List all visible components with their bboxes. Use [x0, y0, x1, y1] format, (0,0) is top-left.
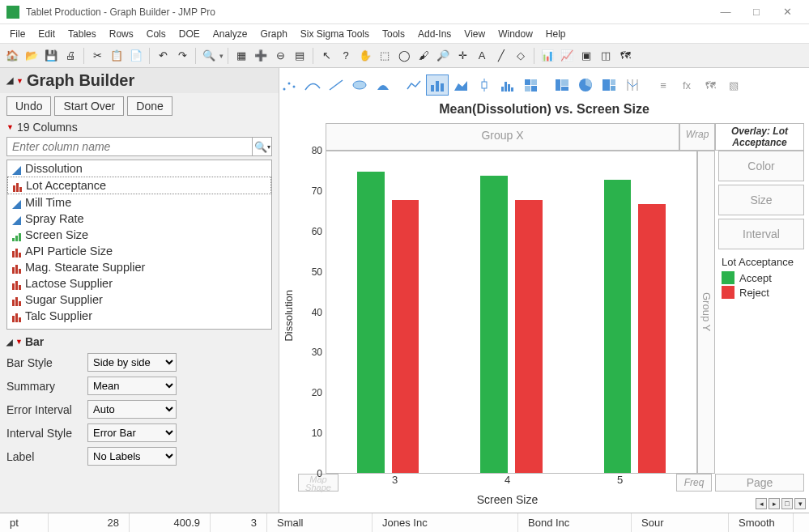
summary-select[interactable]: Mean — [87, 377, 177, 395]
x-axis-ticks[interactable]: 345 — [339, 474, 676, 490]
add-icon[interactable]: ➕ — [252, 47, 270, 65]
column-item[interactable]: Mill Time — [7, 194, 271, 211]
scroll-left-icon[interactable]: ◂ — [756, 498, 767, 509]
page-zone[interactable]: Page — [715, 474, 804, 492]
redo-icon[interactable]: ↷ — [173, 47, 191, 65]
legend-item[interactable]: Reject — [722, 286, 801, 299]
table-icon[interactable]: ▦ — [232, 47, 250, 65]
hand-icon[interactable]: ✋ — [356, 47, 374, 65]
parallel-icon[interactable] — [621, 74, 644, 96]
cut-icon[interactable]: ✂ — [88, 47, 106, 65]
area-chart-icon[interactable] — [449, 74, 472, 96]
column-item[interactable]: Mag. Stearate Supplier — [7, 259, 271, 275]
column-item[interactable]: API Particle Size — [7, 243, 271, 259]
excl-icon[interactable]: ⊖ — [271, 47, 289, 65]
paste-icon[interactable]: 📄 — [127, 47, 145, 65]
bar[interactable] — [357, 172, 385, 473]
map-shapes-icon[interactable]: 🗺 — [699, 74, 722, 96]
red-triangle-icon[interactable]: ▼ — [6, 123, 14, 131]
bar-chart-icon[interactable] — [426, 74, 449, 96]
chart-title[interactable]: Mean(Dissolution) vs. Screen Size — [279, 99, 809, 123]
mosaic-icon[interactable] — [551, 74, 573, 96]
smoother-icon[interactable] — [301, 74, 324, 96]
column-item[interactable]: Talc Supplier — [7, 308, 271, 324]
menu-window[interactable]: Window — [492, 26, 539, 42]
bar-section-header[interactable]: ◢ ▼ Bar — [6, 333, 272, 351]
select-icon[interactable]: ⬚ — [376, 47, 394, 65]
overlay-zone[interactable]: Overlay: Lot Acceptance — [715, 123, 804, 151]
column-item[interactable]: Screen Size — [7, 227, 271, 243]
brush-icon[interactable]: 🖌 — [415, 47, 432, 65]
menu-help[interactable]: Help — [539, 26, 573, 42]
map-icon[interactable]: 🗺 — [616, 47, 634, 65]
column-item[interactable]: Lactose Supplier — [7, 275, 271, 292]
heatmap-icon[interactable] — [520, 74, 543, 96]
scroll-box-icon[interactable]: □ — [781, 498, 793, 509]
menu-view[interactable]: View — [458, 26, 492, 42]
zoom-icon[interactable]: 🔍 — [200, 47, 218, 65]
column-list[interactable]: DissolutionLot AcceptanceMill TimeSpray … — [6, 160, 272, 330]
maximize-button[interactable]: □ — [741, 1, 772, 23]
bar[interactable] — [604, 180, 632, 473]
column-item[interactable]: Dissolution — [7, 160, 271, 177]
contour2-icon[interactable]: ▧ — [722, 74, 745, 96]
y-axis-label[interactable]: Dissolution — [279, 290, 298, 342]
bar[interactable] — [515, 200, 543, 473]
undo-icon[interactable]: ↶ — [154, 47, 172, 65]
group-x-zone[interactable]: Group X — [326, 123, 679, 151]
legend[interactable]: Lot Acceptance AcceptReject — [718, 253, 804, 304]
done-button[interactable]: Done — [127, 96, 172, 116]
menu-doe[interactable]: DOE — [172, 26, 207, 42]
bar[interactable] — [638, 204, 666, 473]
shape-icon[interactable]: ◇ — [512, 47, 530, 65]
interval-zone[interactable]: Interval — [718, 219, 804, 249]
error-interval-select[interactable]: Auto — [87, 400, 177, 419]
menu-six-sigma-tools[interactable]: Six Sigma Tools — [294, 26, 376, 42]
caption-icon[interactable]: ≡ — [652, 74, 675, 96]
size-zone[interactable]: Size — [718, 185, 804, 215]
grid-icon[interactable]: ▤ — [291, 47, 309, 65]
menu-graph[interactable]: Graph — [253, 26, 293, 42]
red-triangle-icon[interactable]: ▼ — [15, 338, 23, 346]
text-icon[interactable]: A — [473, 47, 491, 65]
bar[interactable] — [392, 200, 419, 473]
copy-icon[interactable]: 📋 — [108, 47, 126, 65]
group-y-zone[interactable]: Group Y — [697, 151, 715, 474]
pointer-icon[interactable]: ↖ — [317, 47, 335, 65]
red-triangle-icon[interactable]: ▼ — [16, 77, 23, 85]
wrap-zone[interactable]: Wrap — [679, 123, 715, 151]
cross-icon[interactable]: ✛ — [453, 47, 471, 65]
bar-style-select[interactable]: Side by side — [87, 353, 177, 372]
scroll-menu-icon[interactable]: ▾ — [794, 498, 806, 509]
line-chart-icon[interactable] — [402, 74, 425, 96]
help-icon[interactable]: ? — [337, 47, 355, 65]
gb-icon[interactable]: ◫ — [597, 47, 615, 65]
bar[interactable] — [480, 176, 508, 473]
line-fit-icon[interactable] — [325, 74, 347, 96]
y-axis[interactable]: 01020304050607080 — [298, 151, 326, 474]
plot-area[interactable] — [326, 151, 697, 474]
collapse-icon[interactable]: ◢ — [6, 75, 13, 86]
menu-add-ins[interactable]: Add-Ins — [411, 26, 458, 42]
fit-icon[interactable]: 📈 — [558, 47, 576, 65]
pie-icon[interactable] — [574, 74, 597, 96]
column-search-input[interactable] — [6, 137, 253, 156]
contour-icon[interactable] — [372, 74, 394, 96]
mag-icon[interactable]: 🔎 — [434, 47, 452, 65]
box-plot-icon[interactable] — [473, 74, 496, 96]
points-icon[interactable] — [278, 74, 300, 96]
column-item[interactable]: Spray Rate — [7, 211, 271, 227]
menu-rows[interactable]: Rows — [103, 26, 140, 42]
treemap-icon[interactable] — [598, 74, 620, 96]
minimize-button[interactable]: — — [710, 1, 741, 23]
dist-icon[interactable]: 📊 — [539, 47, 556, 65]
freq-zone[interactable]: Freq — [676, 474, 712, 492]
menu-cols[interactable]: Cols — [140, 26, 172, 42]
x-axis-label[interactable]: Screen Size — [339, 492, 676, 508]
menu-edit[interactable]: Edit — [32, 26, 62, 42]
column-item[interactable]: Sugar Supplier — [7, 292, 271, 308]
menu-tools[interactable]: Tools — [376, 26, 411, 42]
start-over-button[interactable]: Start Over — [54, 96, 124, 116]
color-zone[interactable]: Color — [718, 151, 804, 181]
open-icon[interactable]: 📂 — [23, 47, 40, 65]
